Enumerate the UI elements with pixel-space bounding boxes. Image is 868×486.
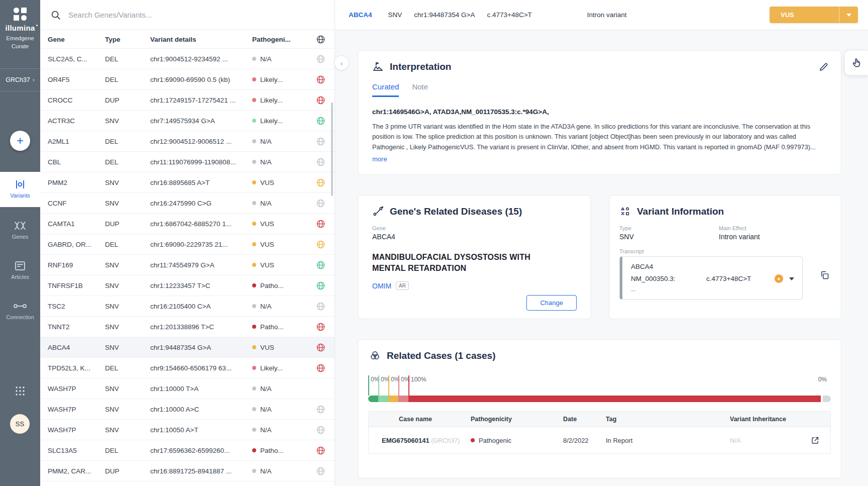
sidebar-item-genes[interactable]: Genes: [0, 220, 40, 248]
table-row[interactable]: CCNFSNVchr16:2475990 C>GN/A: [40, 193, 335, 214]
globe-icon[interactable]: [306, 54, 335, 64]
table-row[interactable]: OR4F5DELchr1:69090-69590 0.5 (kb)Likely.…: [40, 69, 335, 90]
globe-icon[interactable]: [306, 281, 335, 290]
globe-icon[interactable]: [306, 302, 335, 311]
pathogenicity-dot: [252, 345, 256, 349]
case-row[interactable]: EMG675060141 (GRCh37) Pathogenic 8/2/202…: [369, 427, 830, 453]
table-scrollbar[interactable]: [331, 103, 333, 196]
globe-icon[interactable]: [306, 322, 335, 332]
globe-icon[interactable]: [306, 178, 335, 187]
pathogenicity-dot: [252, 77, 256, 81]
globe-icon[interactable]: [306, 260, 335, 270]
column-header-type[interactable]: Type: [105, 36, 150, 43]
column-header-details[interactable]: Variant details: [150, 36, 252, 43]
transcript-selector[interactable]: ABCA4 NM_000350.3: c.4773+48C>T ★ --: [619, 256, 803, 300]
cell-type: SNV: [105, 323, 150, 331]
summary-effect: Intron variant: [587, 11, 627, 19]
table-row[interactable]: SLC2A5, C...DELchr1:9004512-9234592 ...N…: [40, 49, 335, 69]
sidebar-item-label: Articles: [0, 274, 40, 280]
interpretation-icon: [372, 61, 384, 72]
open-case-external-link-icon[interactable]: [810, 436, 833, 445]
column-header-pathogenicity[interactable]: Pathogeni...: [252, 36, 306, 43]
table-row[interactable]: TPD52L3, K...DELchr9:154660-6506179 63..…: [40, 358, 335, 378]
globe-icon[interactable]: [306, 425, 335, 435]
apps-grid-icon[interactable]: [13, 385, 27, 397]
tab-note[interactable]: Note: [412, 82, 428, 97]
sidebar-item-articles[interactable]: Articles: [0, 260, 40, 288]
edit-pencil-icon[interactable]: [818, 62, 829, 72]
globe-icon[interactable]: [306, 116, 335, 126]
globe-icon[interactable]: [306, 137, 335, 146]
more-link[interactable]: more: [372, 155, 387, 163]
column-header-globe-icon[interactable]: [306, 35, 335, 44]
table-row[interactable]: TSC2SNVchr16:2105400 C>AN/A: [40, 296, 335, 317]
omim-link[interactable]: OMIM: [372, 282, 391, 290]
collapse-panel-button[interactable]: ‹: [334, 55, 349, 70]
case-name[interactable]: EMG675060141: [382, 437, 429, 444]
globe-icon[interactable]: [306, 363, 335, 373]
add-button[interactable]: +: [10, 131, 30, 151]
globe-icon[interactable]: [306, 343, 335, 352]
transcript-gene: ABCA4: [631, 263, 797, 270]
table-row[interactable]: TNNT2SNVchr1:201338896 T>CPatho...: [40, 317, 335, 337]
table-row[interactable]: CAMTA1DUPchr1:6867042-6885270 1...VUS: [40, 214, 335, 234]
globe-icon[interactable]: [306, 219, 335, 229]
cell-gene: WASH7P: [40, 426, 105, 434]
genome-build-label: GRCh37: [6, 76, 30, 83]
table-row[interactable]: PMM2, CAR...DUPchr16:8891725-8941887 ...…: [40, 461, 335, 481]
genome-build-selector[interactable]: GRCh37 ›: [0, 68, 40, 91]
table-row[interactable]: [40, 481, 335, 486]
globe-icon[interactable]: [306, 466, 335, 476]
cell-variant-details: chr16:2105400 C>A: [150, 303, 252, 310]
globe-icon[interactable]: [306, 157, 335, 167]
globe-icon[interactable]: [306, 199, 335, 208]
table-row[interactable]: WASH7PSNVchr1:10000 T>AN/A: [40, 378, 335, 399]
table-row[interactable]: PMM2SNVchr16:8895685 A>TVUS: [40, 172, 335, 193]
table-row[interactable]: CBLDELchr11:119076999-1190808...N/A: [40, 152, 335, 172]
table-row[interactable]: CROCCDUPchr1:17249157-17275421 ...Likely…: [40, 90, 335, 111]
table-row[interactable]: WASH7PSNVchr1:10050 A>TN/A: [40, 420, 335, 440]
column-header-gene[interactable]: Gene: [40, 36, 105, 43]
globe-icon[interactable]: [306, 95, 335, 105]
chevron-down-icon[interactable]: [839, 14, 858, 17]
table-row[interactable]: SLC13A5DELchr17:6596362-6599260...Patho.…: [40, 440, 335, 461]
change-disease-button[interactable]: Change: [526, 295, 577, 311]
related-diseases-card: Gene's Related Diseases (15) Gene ABCA4 …: [358, 195, 591, 319]
sidebar: illumina Emedgene Curate GRCh37 › + Vari…: [0, 0, 40, 486]
cell-type: DUP: [105, 96, 150, 104]
table-row[interactable]: TNFRSF1BSNVchr1:12233457 T>CPatho...: [40, 275, 335, 296]
sidebar-item-variants[interactable]: Variants: [0, 172, 40, 207]
globe-icon[interactable]: [306, 75, 335, 84]
globe-icon[interactable]: [306, 446, 335, 455]
table-row[interactable]: A2ML1DELchr12:9004512-9006512 ...N/A: [40, 131, 335, 152]
bar-tick: [408, 375, 409, 396]
cell-variant-details: chr1:10000 A>C: [150, 406, 252, 413]
table-row[interactable]: ABCA4SNVchr1:94487354 G>AVUS: [40, 337, 335, 358]
globe-icon[interactable]: [306, 240, 335, 249]
summary-gene-link[interactable]: ABCA4: [349, 11, 372, 19]
table-row[interactable]: RNF169SNVchr11:74554979 G>AVUS: [40, 255, 335, 275]
cell-pathogenicity: VUS: [252, 261, 306, 269]
variant-detail-panel: ABCA4 SNV chr1:94487354 G>A c.4773+48C>T…: [335, 0, 868, 486]
table-row[interactable]: WASH7PSNVchr1:10000 A>CN/A: [40, 399, 335, 420]
variant-table-body: SLC2A5, C...DELchr1:9004512-9234592 ...N…: [40, 49, 335, 486]
transcript-chevron-down-icon[interactable]: [789, 277, 794, 280]
transcript-protein: --: [631, 286, 797, 294]
cell-pathogenicity: VUS: [252, 220, 306, 228]
classification-dropdown-button[interactable]: VUS: [770, 7, 858, 23]
case-pathogenicity: Pathogenic: [479, 437, 511, 444]
cell-variant-details: chr1:69090-69590 0.5 (kb): [150, 76, 252, 83]
search-input[interactable]: [67, 10, 280, 20]
canonical-star-icon[interactable]: ★: [775, 274, 783, 283]
cell-pathogenicity: VUS: [252, 241, 306, 248]
globe-icon[interactable]: [306, 405, 335, 414]
tab-curated[interactable]: Curated: [372, 82, 399, 97]
inheritance-badge: AR: [396, 281, 409, 290]
bar-percentage-label: 100%: [411, 376, 426, 383]
copy-icon[interactable]: [819, 270, 830, 280]
sidebar-item-connection[interactable]: Connection: [0, 301, 40, 331]
table-row[interactable]: ACTR3CSNVchr7:149575934 G>ALikely...: [40, 111, 335, 131]
table-row[interactable]: GABRD, OR...DELchr1:69090-2229735 21...V…: [40, 234, 335, 255]
hand-tool-button[interactable]: [844, 50, 868, 75]
user-avatar[interactable]: SS: [10, 414, 30, 434]
